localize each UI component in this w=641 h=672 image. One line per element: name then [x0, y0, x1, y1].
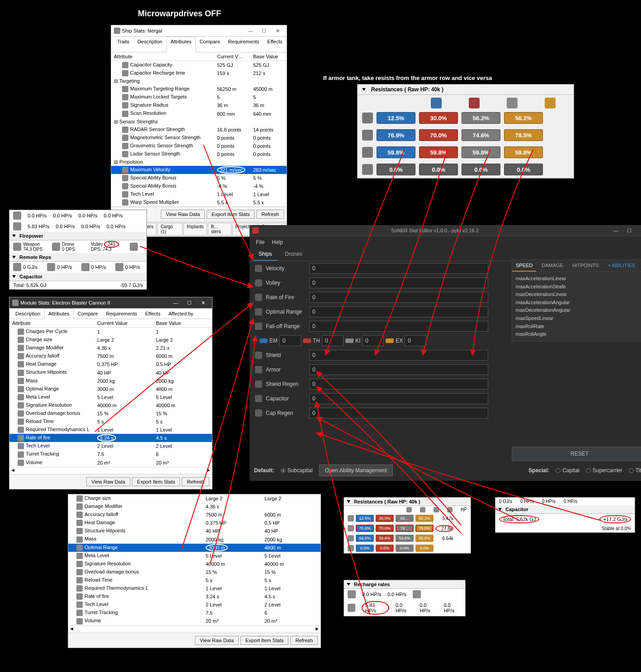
side-line[interactable]: maxRollRate: [516, 323, 641, 331]
menu-help[interactable]: Help: [269, 238, 286, 246]
menu-file[interactable]: File: [253, 238, 267, 246]
side-tab-hitpoints[interactable]: HITPOINTS: [569, 260, 603, 272]
field-input[interactable]: [309, 379, 488, 390]
bottom-tab[interactable]: B…sters: [208, 223, 231, 235]
max-icon[interactable]: ☐: [258, 27, 270, 35]
side-tab-abilities[interactable]: + ABILITIES: [604, 260, 639, 272]
tab-effects[interactable]: Effects: [141, 309, 164, 319]
attr-row[interactable]: Overload damage bonus15 %15 %: [68, 568, 320, 576]
attr-group[interactable]: ⊟ Sensor Strengths: [111, 118, 287, 126]
attr-row[interactable]: Optimal Range3000 m4800 m: [9, 385, 212, 393]
side-line[interactable]: maxAccelerationAngular: [516, 299, 641, 307]
field-input[interactable]: [309, 393, 488, 404]
chip-input[interactable]: [279, 335, 301, 346]
attr-row[interactable]: Turret Tracking7.56: [9, 450, 212, 458]
side-line[interactable]: maxDecelerationAngular: [516, 306, 641, 315]
col-cur[interactable]: Current V…: [214, 52, 250, 61]
attr-row[interactable]: Heat Damage0.375 HP0.5 HP: [9, 360, 212, 368]
attr-row[interactable]: Accuracy falloff7500 m6000 m: [68, 511, 320, 519]
view-raw-data-button[interactable]: View Raw Data: [195, 636, 239, 645]
capacitor-header[interactable]: Capacitor: [9, 273, 146, 281]
side-tab-damage[interactable]: DAMAGE: [538, 260, 567, 272]
radio-titan[interactable]: [629, 468, 634, 473]
field-input[interactable]: [309, 263, 488, 274]
chip-input[interactable]: [322, 335, 344, 346]
chip-input[interactable]: [362, 335, 384, 346]
close-icon[interactable]: ✕: [197, 299, 209, 307]
attr-row[interactable]: Mass2000 kg2000 kg: [9, 377, 212, 385]
side-line[interactable]: maxSpeedLinear: [516, 315, 641, 323]
gear-icon[interactable]: [130, 243, 138, 251]
attr-row[interactable]: Meta Level5 Level5 Level: [68, 552, 320, 560]
side-line[interactable]: maxAccelerationLinear: [516, 275, 641, 283]
view-raw-data-button[interactable]: View Raw Data: [161, 210, 205, 219]
refresh-button[interactable]: Refresh: [256, 210, 284, 219]
view-raw-data-button[interactable]: View Raw Data: [86, 477, 130, 486]
attr-row[interactable]: Mass2000 kg2000 kg: [68, 535, 320, 543]
tab-requirements[interactable]: Requirements: [224, 37, 263, 52]
min-icon[interactable]: —: [609, 226, 622, 235]
attr-row[interactable]: Capacitor Recharge time159 s212 s: [111, 69, 287, 77]
attr-row[interactable]: Signature Resolution40000 m40000 m: [68, 560, 320, 568]
chip-input[interactable]: [405, 335, 426, 346]
tab-traits[interactable]: Traits: [113, 37, 133, 52]
attr-row[interactable]: Maximum Locked Targets55: [111, 93, 287, 101]
module-titlebar[interactable]: Module Stats: Electron Blaster Cannon II…: [9, 297, 212, 309]
attr-row[interactable]: Charges Per Cycle11: [9, 328, 212, 336]
tab-description[interactable]: Description: [11, 309, 44, 319]
attr-row[interactable]: Rate of fire3.24 s4.5 s: [9, 434, 212, 442]
col-attr[interactable]: Attribute: [111, 52, 214, 61]
field-input[interactable]: [309, 350, 488, 361]
attr-row[interactable]: Capacitor Capacity525 GJ525 GJ: [111, 61, 287, 70]
attr-row[interactable]: Overload damage bonus15 %15 %: [9, 409, 212, 418]
scrollbar[interactable]: ◄►: [68, 625, 320, 633]
attr-row[interactable]: Signature Radius36 m36 m: [111, 101, 287, 109]
field-input[interactable]: [309, 408, 488, 418]
side-line[interactable]: maxAccelerationStrafe: [516, 283, 641, 291]
tab-attributes[interactable]: Attributes: [44, 309, 73, 319]
attr-row[interactable]: Damage Modifier4.36 x2.21 x: [9, 344, 212, 352]
tab-attributes[interactable]: Attributes: [166, 37, 195, 52]
attr-row[interactable]: Special Ability Bonus5 %5 %: [111, 174, 287, 182]
attr-row[interactable]: Tech Level1 Level1 Level: [111, 190, 287, 198]
attr-row[interactable]: Tech Level2 Level2 Level: [68, 601, 320, 609]
refresh-button[interactable]: Refresh: [290, 636, 318, 645]
attr-row[interactable]: Warp Speed Multiplier5.5 x5.5 x: [111, 198, 287, 207]
col-base[interactable]: Base Value: [153, 319, 212, 328]
shipstats-titlebar[interactable]: Ship Stats: Nergal —☐✕: [111, 25, 287, 37]
max-icon[interactable]: ☐: [623, 226, 636, 235]
attr-row[interactable]: Volume20 m³20 m³: [68, 617, 320, 625]
attr-row[interactable]: Maximum Velocity321 m/sec283 m/sec: [111, 166, 287, 174]
attr-row[interactable]: Special Ability Bonus-4 %-4 %: [111, 182, 287, 190]
editor-titlebar[interactable]: SoNER Stat Editor v1.0.0 - pyfa v2.16.2 …: [250, 225, 641, 236]
tab-affected by[interactable]: Affected by: [165, 309, 198, 319]
max-icon[interactable]: ☐: [183, 299, 196, 307]
refresh-button[interactable]: Refresh: [182, 477, 209, 486]
close-icon[interactable]: ✕: [271, 27, 284, 35]
scrollbar[interactable]: ◄►: [9, 467, 212, 474]
attr-row[interactable]: Required Thermodynamics L1 Level1 Level: [9, 426, 212, 434]
bottom-tab[interactable]: Cargo (1): [157, 223, 183, 235]
side-line[interactable]: maxDecelerationLinear: [516, 291, 641, 299]
tab-ships[interactable]: Ships: [253, 248, 278, 261]
attr-row[interactable]: Structure Hitpoints40 HP40 HP: [9, 368, 212, 376]
export-item-stats-button[interactable]: Export Item Stats: [240, 636, 288, 645]
attr-row[interactable]: Scan Resolution800 mm640 mm: [111, 109, 287, 117]
tab-description[interactable]: Description: [133, 37, 166, 52]
tab-compare[interactable]: Compare: [196, 37, 224, 52]
attr-row[interactable]: Gravimetric Sensor Strength0 points0 poi…: [111, 142, 287, 150]
min-icon[interactable]: —: [244, 27, 257, 35]
attr-row[interactable]: Meta Level5 Level5 Level: [9, 393, 212, 401]
attr-row[interactable]: Ladar Sensor Strength0 points0 points: [111, 150, 287, 158]
col-base[interactable]: Base Value: [250, 52, 287, 61]
attr-row[interactable]: Optimal Range3000 m4800 m: [68, 544, 320, 552]
attr-group[interactable]: ⊟ Propulsion: [111, 158, 287, 166]
attr-row[interactable]: Turret Tracking7.56: [68, 609, 320, 617]
attr-row[interactable]: Signature Resolution40000 m40000 m: [9, 401, 212, 409]
attr-row[interactable]: Reload Time5 s5 s: [9, 418, 212, 426]
export-item-stats-button[interactable]: Export Item Stats: [132, 477, 180, 486]
attr-row[interactable]: Reload Time5 s5 s: [68, 576, 320, 584]
attr-row[interactable]: Damage Modifier4.36 x: [68, 503, 320, 511]
attr-row[interactable]: RADAR Sensor Strength16.8 points14 point…: [111, 126, 287, 134]
tab-affected by[interactable]: Affected by: [287, 37, 313, 52]
